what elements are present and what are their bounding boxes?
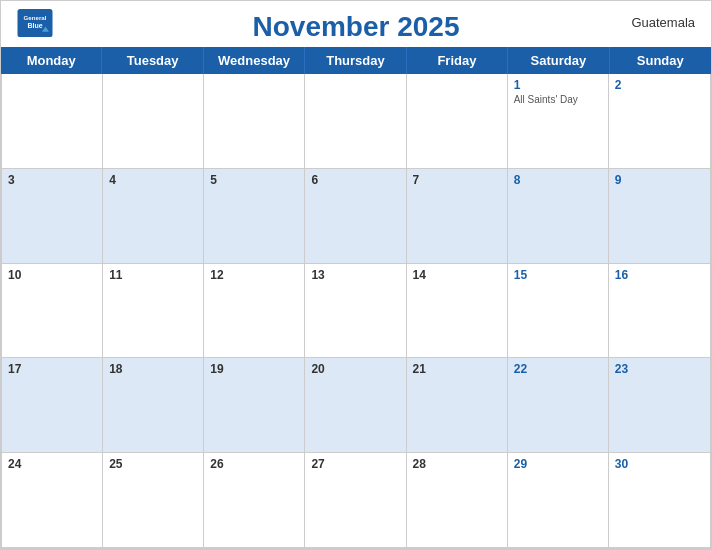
day-cell-28: 28 (407, 453, 508, 548)
day-headers: Monday Tuesday Wednesday Thursday Friday… (1, 47, 711, 74)
day-cell-1: 1 All Saints' Day (508, 74, 609, 169)
day-cell-14: 14 (407, 264, 508, 359)
day-cell-4: 4 (103, 169, 204, 264)
day-number-3: 3 (8, 173, 96, 187)
calendar-header: General Blue November 2025 Guatemala (1, 1, 711, 47)
day-number-21: 21 (413, 362, 501, 376)
calendar: General Blue November 2025 Guatemala Mon… (0, 0, 712, 550)
day-number-15: 15 (514, 268, 602, 282)
day-header-saturday: Saturday (508, 47, 609, 74)
day-cell-16: 16 (609, 264, 710, 359)
day-number-28: 28 (413, 457, 501, 471)
day-header-wednesday: Wednesday (204, 47, 305, 74)
day-cell-empty-4 (305, 74, 406, 169)
day-header-thursday: Thursday (305, 47, 406, 74)
day-cell-empty-3 (204, 74, 305, 169)
day-number-11: 11 (109, 268, 197, 282)
country-label: Guatemala (631, 15, 695, 30)
day-cell-11: 11 (103, 264, 204, 359)
day-number-24: 24 (8, 457, 96, 471)
svg-text:Blue: Blue (27, 22, 42, 29)
day-number-18: 18 (109, 362, 197, 376)
day-cell-8: 8 (508, 169, 609, 264)
day-number-19: 19 (210, 362, 298, 376)
day-number-9: 9 (615, 173, 704, 187)
day-header-tuesday: Tuesday (102, 47, 203, 74)
day-number-6: 6 (311, 173, 399, 187)
day-cell-30: 30 (609, 453, 710, 548)
day-number-23: 23 (615, 362, 704, 376)
day-number-8: 8 (514, 173, 602, 187)
day-header-friday: Friday (407, 47, 508, 74)
day-cell-empty-5 (407, 74, 508, 169)
week-row-4: 17 18 19 20 21 22 23 (2, 358, 710, 453)
day-number-26: 26 (210, 457, 298, 471)
day-cell-6: 6 (305, 169, 406, 264)
day-cell-9: 9 (609, 169, 710, 264)
day-cell-7: 7 (407, 169, 508, 264)
day-number-25: 25 (109, 457, 197, 471)
day-cell-26: 26 (204, 453, 305, 548)
day-cell-24: 24 (2, 453, 103, 548)
day-number-30: 30 (615, 457, 704, 471)
day-cell-22: 22 (508, 358, 609, 453)
day-number-10: 10 (8, 268, 96, 282)
day-cell-20: 20 (305, 358, 406, 453)
day-cell-23: 23 (609, 358, 710, 453)
day-cell-12: 12 (204, 264, 305, 359)
day-number-7: 7 (413, 173, 501, 187)
day-number-5: 5 (210, 173, 298, 187)
day-cell-15: 15 (508, 264, 609, 359)
day-number-13: 13 (311, 268, 399, 282)
day-cell-10: 10 (2, 264, 103, 359)
day-number-2: 2 (615, 78, 704, 92)
holiday-all-saints: All Saints' Day (514, 94, 602, 105)
day-header-monday: Monday (1, 47, 102, 74)
day-cell-27: 27 (305, 453, 406, 548)
day-cell-empty-2 (103, 74, 204, 169)
day-cell-3: 3 (2, 169, 103, 264)
day-number-22: 22 (514, 362, 602, 376)
day-number-14: 14 (413, 268, 501, 282)
day-cell-17: 17 (2, 358, 103, 453)
day-header-sunday: Sunday (610, 47, 711, 74)
day-number-4: 4 (109, 173, 197, 187)
week-row-1: 1 All Saints' Day 2 (2, 74, 710, 169)
day-cell-25: 25 (103, 453, 204, 548)
day-number-20: 20 (311, 362, 399, 376)
logo: General Blue (17, 9, 53, 37)
day-cell-5: 5 (204, 169, 305, 264)
day-number-17: 17 (8, 362, 96, 376)
day-cell-29: 29 (508, 453, 609, 548)
day-cell-empty-1 (2, 74, 103, 169)
day-cell-2: 2 (609, 74, 710, 169)
logo-icon: General Blue (17, 9, 53, 37)
day-number-12: 12 (210, 268, 298, 282)
week-row-2: 3 4 5 6 7 8 9 (2, 169, 710, 264)
day-cell-18: 18 (103, 358, 204, 453)
day-number-29: 29 (514, 457, 602, 471)
week-row-5: 24 25 26 27 28 29 30 (2, 453, 710, 548)
day-number-27: 27 (311, 457, 399, 471)
day-number-16: 16 (615, 268, 704, 282)
day-cell-21: 21 (407, 358, 508, 453)
day-cell-19: 19 (204, 358, 305, 453)
week-row-3: 10 11 12 13 14 15 16 (2, 264, 710, 359)
calendar-grid: 1 All Saints' Day 2 3 4 5 6 7 8 9 10 11 … (1, 74, 711, 549)
day-cell-13: 13 (305, 264, 406, 359)
month-title: November 2025 (252, 11, 459, 43)
svg-text:General: General (24, 14, 47, 21)
day-number-1: 1 (514, 78, 602, 92)
